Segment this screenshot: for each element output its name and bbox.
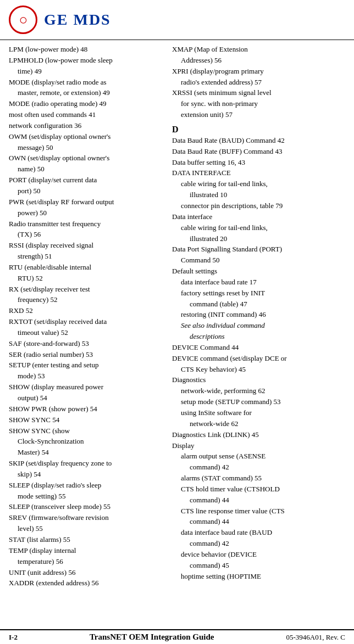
- list-item: UNIT (unit address) 56: [9, 568, 163, 578]
- list-item: data interface baud rate 17: [181, 277, 350, 288]
- list-item: RX (set/display receiver test: [9, 284, 163, 295]
- list-item: power) 50: [18, 208, 163, 219]
- list-item: SHOW PWR (show power) 54: [9, 404, 163, 415]
- footer-revision: 05-3946A01, Rev. C: [286, 633, 345, 642]
- list-item: alarm output sense (ASENSE: [181, 451, 350, 462]
- list-item: setup mode (SETUP command) 53: [181, 397, 350, 407]
- list-item: hoptime setting (HOPTIME: [181, 572, 350, 582]
- list-item: LPM (low-power mode) 48: [9, 44, 163, 55]
- list-item: mode) 53: [18, 371, 163, 382]
- list-item: Diagnostics Link (DLINK) 45: [172, 430, 350, 440]
- list-item: data interface baud rate (BAUD: [181, 528, 350, 538]
- page-header: ◯ GE MDS: [0, 0, 354, 40]
- list-item: XPRI (display/program primary: [172, 66, 350, 77]
- list-item: See also individual command: [181, 321, 350, 331]
- list-item: MODE (radio operating mode) 49: [9, 99, 163, 109]
- list-item: illustrated 20: [190, 234, 350, 244]
- logo-circle: ◯: [9, 5, 37, 34]
- list-item: command) 42: [190, 462, 350, 473]
- list-item: SHOW (display measured power: [9, 382, 163, 393]
- list-item: for sync. with non-primary: [181, 99, 350, 109]
- list-item: XRSSI (sets minimum signal level: [172, 88, 350, 98]
- list-item: CTS Key behavior) 45: [181, 365, 350, 375]
- list-item: mode setting) 55: [18, 491, 163, 502]
- list-item: restoring (INIT command) 46: [181, 310, 350, 320]
- list-item: skip) 54: [18, 469, 163, 480]
- list-item: Data buffer setting 16, 43: [172, 158, 350, 168]
- list-item: factory settings reset by INIT: [181, 288, 350, 299]
- list-item: OWM (set/display optional owner's: [9, 132, 163, 142]
- list-item: Addresses) 56: [181, 55, 350, 66]
- list-item: SKIP (set/display frequency zone to: [9, 458, 163, 469]
- list-item: Data Baud Rate (BUFF) Command 43: [172, 147, 350, 157]
- list-item: network-wide, performing 62: [181, 386, 350, 396]
- list-item: descriptions: [190, 332, 350, 342]
- list-item: RTU) 52: [18, 273, 163, 284]
- list-item: time) 49: [18, 66, 163, 77]
- page-footer: I-2 TransNET OEM Integration Guide 05-39…: [0, 629, 354, 644]
- list-item: most often used commands 41: [9, 110, 163, 120]
- list-item: LPMHOLD (low-power mode sleep: [9, 55, 163, 66]
- list-item: TEMP (display internal: [9, 546, 163, 556]
- left-column: LPM (low-power mode) 48LPMHOLD (low-powe…: [0, 44, 168, 589]
- list-item: DEVICE Command 44: [172, 343, 350, 353]
- list-item: RXTOT (set/display received data: [9, 317, 163, 327]
- list-item: SHOW SYNC (show: [9, 426, 163, 436]
- list-item: PWR (set/display RF forward output: [9, 197, 163, 208]
- list-item: temperature) 56: [18, 557, 163, 567]
- list-item: alarms (STAT command) 55: [181, 473, 350, 484]
- list-item: RSSI (display received signal: [9, 240, 163, 251]
- list-item: Radio transmitter test frequency: [9, 219, 163, 229]
- list-item: SAF (store-and-forward) 53: [9, 339, 163, 349]
- list-item: Default settings: [172, 266, 350, 277]
- main-content: LPM (low-power mode) 48LPMHOLD (low-powe…: [0, 40, 354, 589]
- list-item: strength) 51: [18, 251, 163, 262]
- list-item: Display: [172, 441, 350, 451]
- list-item: Command 50: [181, 255, 350, 266]
- list-item: command) 44: [190, 495, 350, 506]
- list-item: STAT (list alarms) 55: [9, 535, 163, 545]
- list-item: (TX) 56: [18, 229, 163, 240]
- list-item: extension unit) 57: [181, 110, 350, 120]
- list-item: SER (radio serial number) 53: [9, 350, 163, 360]
- list-item: SETUP (enter testing and setup: [9, 360, 163, 371]
- list-item: timeout value) 52: [18, 328, 163, 338]
- list-item: RTU (enable/disable internal: [9, 262, 163, 273]
- list-item: cable wiring for tail-end links,: [181, 179, 350, 189]
- list-item: command) 45: [190, 561, 350, 571]
- company-name: GE MDS: [44, 11, 111, 29]
- list-item: network configuration 36: [9, 121, 163, 131]
- list-item: output) 54: [18, 393, 163, 404]
- list-item: network-wide 62: [190, 419, 350, 429]
- list-item: command) 42: [190, 539, 350, 549]
- list-item: SLEEP (display/set radio's sleep: [9, 480, 163, 491]
- list-item: XADDR (extended address) 56: [9, 578, 163, 589]
- list-item: Data Port Signalling Standard (PORT): [172, 244, 350, 255]
- list-item: command) 44: [190, 517, 350, 527]
- list-item: SHOW SYNC 54: [9, 415, 163, 425]
- list-item: CTS line response timer value (CTS: [181, 506, 350, 517]
- list-item: XMAP (Map of Extension: [172, 44, 350, 55]
- list-item: OWN (set/display optional owner's: [9, 153, 163, 164]
- list-item: RXD 52: [9, 306, 163, 316]
- list-item: command (table) 47: [190, 299, 350, 310]
- list-item: SLEEP (transceiver sleep mode) 55: [9, 502, 163, 512]
- section-letter: D: [172, 125, 350, 135]
- list-item: CTS hold timer value (CTSHOLD: [181, 484, 350, 495]
- list-item: name) 50: [18, 164, 163, 175]
- list-item: frequency) 52: [18, 295, 163, 305]
- list-item: connector pin descriptions, table 79: [181, 201, 350, 211]
- list-item: Master) 54: [18, 447, 163, 458]
- list-item: Diagnostics: [172, 375, 350, 385]
- list-item: Clock-Synchronization: [18, 436, 163, 447]
- footer-title: TransNET OEM Integration Guide: [90, 632, 214, 642]
- list-item: Data interface: [172, 212, 350, 222]
- list-item: using InSite software for: [181, 408, 350, 418]
- list-item: illustrated 10: [190, 190, 350, 200]
- list-item: Data Baud Rate (BAUD) Command 42: [172, 136, 350, 146]
- list-item: SREV (firmware/software revision: [9, 513, 163, 523]
- list-item: cable wiring for tail-end links,: [181, 223, 350, 233]
- list-item: level) 55: [18, 524, 163, 534]
- footer-page-number: I-2: [9, 633, 18, 642]
- list-item: PORT (display/set current data: [9, 175, 163, 186]
